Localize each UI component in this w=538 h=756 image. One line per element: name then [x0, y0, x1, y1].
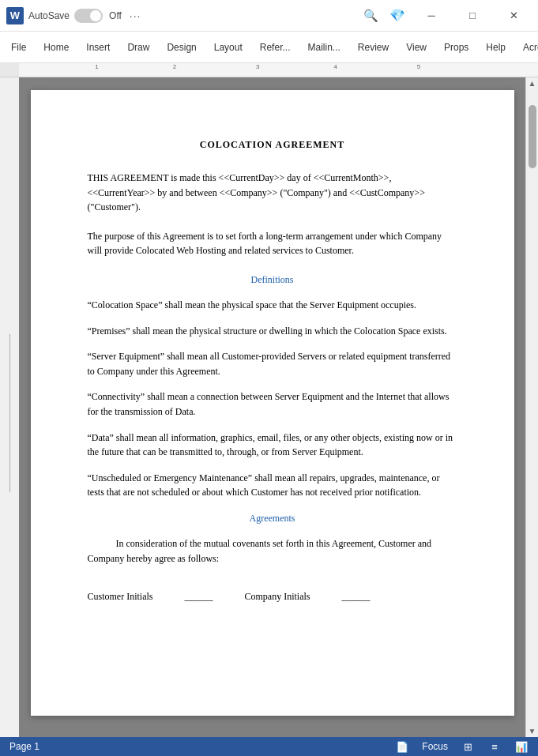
- paragraph-agreement-parties: THIS AGREEMENT is made this <<CurrentDay…: [88, 171, 457, 215]
- ruler-tick-1: 1: [95, 63, 98, 70]
- tab-references[interactable]: Refer...: [252, 37, 299, 58]
- toggle-knob: [90, 10, 101, 21]
- word-logo: W: [6, 7, 24, 24]
- status-icon-3[interactable]: ≡: [487, 739, 502, 754]
- document-scroll-area[interactable]: COLOCATION AGREEMENT THIS AGREEMENT is m…: [19, 77, 525, 737]
- tab-insert[interactable]: Insert: [78, 37, 118, 58]
- status-bar: Page 1 📄 Focus ⊞ ≡ 📊: [0, 737, 538, 756]
- ruler-left: [0, 63, 19, 77]
- right-scrollbar[interactable]: ▲ ▼: [525, 77, 538, 737]
- status-icon-1[interactable]: 📄: [395, 739, 409, 754]
- customer-initials-line: ______: [185, 589, 213, 604]
- document-title: COLOCATION AGREEMENT: [88, 137, 457, 152]
- status-icon-2[interactable]: ⊞: [461, 739, 475, 754]
- ruler-tick-4: 4: [334, 63, 337, 70]
- ruler-tick-3: 3: [256, 63, 259, 70]
- section-heading-agreements: Agreements: [88, 511, 457, 525]
- ribbon: File Home Insert Draw Design Layout Refe…: [0, 32, 538, 63]
- definition-maintenance: “Unscheduled or Emergency Maintenance” s…: [88, 471, 457, 500]
- document-page: COLOCATION AGREEMENT THIS AGREEMENT is m…: [31, 90, 514, 716]
- definition-server-equipment: “Server Equipment” shall mean all Custom…: [88, 349, 457, 378]
- title-bar: W AutoSave Off ··· 🔍 💎 ─ □ ✕: [0, 0, 538, 32]
- ruler: 1 2 3 4 5: [0, 63, 538, 77]
- ruler-tick-2: 2: [173, 63, 176, 70]
- paragraph-agreements-intro: In consideration of the mutual covenants…: [88, 536, 457, 566]
- tab-review[interactable]: Review: [350, 37, 397, 58]
- tab-file[interactable]: File: [3, 37, 34, 58]
- definition-connectivity: “Connectivity” shall mean a connection b…: [88, 389, 457, 419]
- tab-draw[interactable]: Draw: [119, 37, 157, 58]
- main-area: COLOCATION AGREEMENT THIS AGREEMENT is m…: [0, 77, 538, 737]
- maximize-button[interactable]: □: [454, 0, 491, 32]
- paragraph-purpose: The purpose of this Agreement is to set …: [88, 229, 457, 258]
- company-initials-label: Company Initials: [245, 589, 310, 604]
- company-initials-line: ______: [342, 589, 371, 604]
- tab-home[interactable]: Home: [36, 37, 77, 58]
- definition-data: “Data” shall mean all information, graph…: [88, 431, 457, 460]
- tab-acrobat[interactable]: Acrob...: [515, 37, 538, 58]
- tab-view[interactable]: View: [398, 37, 435, 58]
- tab-design[interactable]: Design: [159, 37, 204, 58]
- diamond-icon: 💎: [386, 5, 408, 27]
- tab-properties[interactable]: Props: [436, 37, 476, 58]
- ruler-main: 1 2 3 4 5: [19, 63, 538, 77]
- minimize-button[interactable]: ─: [413, 0, 450, 32]
- autosave-label: AutoSave: [28, 10, 70, 21]
- section-heading-definitions: Definitions: [88, 273, 457, 287]
- close-button[interactable]: ✕: [495, 0, 532, 32]
- customer-initials-label: Customer Initials: [88, 589, 153, 604]
- page-number: Page 1: [9, 741, 40, 752]
- definition-premises: “Premises” shall mean the physical struc…: [88, 324, 457, 339]
- definition-colocation-space: “Colocation Space” shall mean the physic…: [88, 298, 457, 313]
- toggle-off-label: Off: [109, 10, 122, 21]
- title-dots: ···: [130, 9, 141, 22]
- autosave-toggle[interactable]: [74, 9, 103, 23]
- search-icon[interactable]: 🔍: [359, 5, 382, 27]
- initials-line: Customer Initials ______ Company Initial…: [88, 589, 457, 604]
- tab-mailings[interactable]: Mailin...: [299, 37, 348, 58]
- tab-layout[interactable]: Layout: [206, 37, 250, 58]
- focus-label[interactable]: Focus: [422, 741, 448, 752]
- status-icon-4[interactable]: 📊: [514, 739, 529, 754]
- ruler-tick-5: 5: [417, 63, 420, 70]
- left-gutter: [0, 77, 19, 737]
- tab-help[interactable]: Help: [478, 37, 514, 58]
- scrollbar-thumb[interactable]: [529, 105, 536, 168]
